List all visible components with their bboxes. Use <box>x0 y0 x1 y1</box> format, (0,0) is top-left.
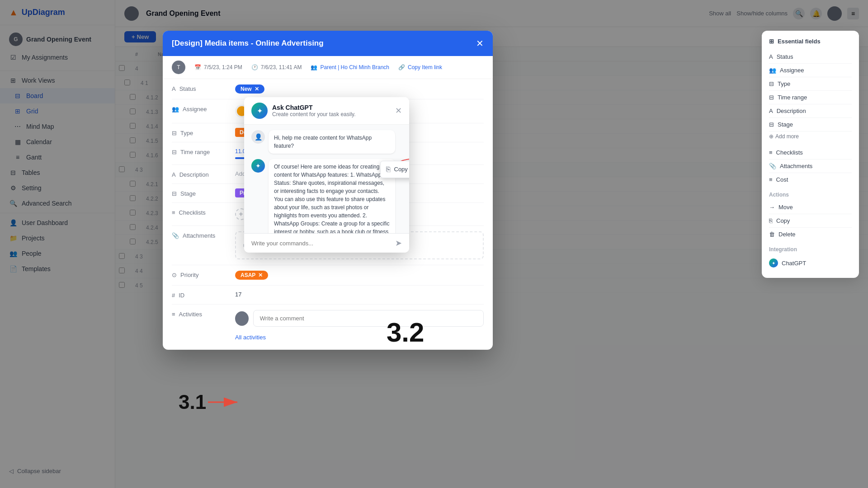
meta-updated: 🕐 7/6/23, 11:41 AM <box>251 64 302 70</box>
chatgpt-input-row: ➤ <box>244 233 409 253</box>
meta-parent-value: Parent | Ho Chi Minh Branch <box>320 64 389 70</box>
chatgpt-title-wrap: ✦ Ask ChatGPT Create content for your ta… <box>251 103 356 119</box>
integration-section: Integration ✦ ChatGPT <box>769 246 852 271</box>
copy-paste-popup[interactable]: ⎘ Copy & Paste <box>380 161 410 178</box>
integration-title: Integration <box>769 246 852 253</box>
checklists-label-text: Checklists <box>179 209 206 216</box>
move-label: Move <box>778 204 793 211</box>
all-activities-link[interactable]: All activities <box>235 330 484 344</box>
panel-stage[interactable]: ⊟ Stage <box>769 118 852 131</box>
right-panel: ⊞ Essential fields A Status 👥 Assignee ⊟… <box>762 31 859 278</box>
priority-remove-icon[interactable]: ✕ <box>258 272 263 278</box>
stage-label-text: Stage <box>180 190 196 197</box>
status-label-text: Status <box>179 85 196 92</box>
annotation-31: 3.1 <box>179 391 206 413</box>
copy-item-link[interactable]: 🔗 Copy Item link <box>398 64 442 70</box>
chatgpt-send-button[interactable]: ➤ <box>395 238 402 248</box>
panel-description-icon: A <box>769 108 773 114</box>
status-new-text: New <box>241 86 252 92</box>
panel-extra-section: ≡ Checklists 📎 Attachments ≡ Cost <box>769 146 852 186</box>
assignee-icon: 👥 <box>172 106 179 113</box>
panel-stage-label: Stage <box>778 121 793 128</box>
priority-asap-text: ASAP <box>241 272 255 278</box>
delete-label: Delete <box>778 231 796 238</box>
panel-checklists-icon: ≡ <box>769 149 773 156</box>
clock-icon-meta: 🕐 <box>251 64 258 70</box>
panel-delete[interactable]: 🗑 Delete <box>769 228 852 241</box>
meta-updated-value: 7/6/23, 11:41 AM <box>261 64 302 70</box>
panel-description[interactable]: A Description <box>769 104 852 118</box>
panel-stage-icon: ⊟ <box>769 121 774 128</box>
copy-paste-label: Copy & Paste <box>394 165 410 174</box>
panel-move[interactable]: → Move <box>769 201 852 214</box>
assignee-label: 👥 Assignee <box>172 105 235 113</box>
status-field: A Status New ✕ <box>172 79 484 99</box>
calendar-icon-meta: 📅 <box>194 64 201 70</box>
checklists-icon: ≡ <box>172 209 175 216</box>
panel-type-icon: ⊟ <box>769 80 774 87</box>
panel-copy[interactable]: ⎘ Copy <box>769 214 852 228</box>
panel-cost-label: Cost <box>776 176 788 183</box>
panel-attachments-label: Attachments <box>780 163 812 169</box>
status-remove-button[interactable]: ✕ <box>255 86 259 92</box>
arrow-annotation-31 <box>208 393 244 411</box>
priority-asap-badge[interactable]: ASAP ✕ <box>235 271 268 280</box>
stage-label: ⊟ Stage <box>172 189 235 197</box>
user-message-text: Hi, help me create content for WhatsApp … <box>274 135 372 149</box>
priority-label: ⊙ Priority <box>172 271 235 278</box>
id-label-text: ID <box>179 292 184 299</box>
status-icon: A <box>172 85 176 92</box>
id-icon: # <box>172 292 175 299</box>
panel-assignee-icon: 👥 <box>769 67 776 74</box>
attachments-label: 📎 Attachments <box>172 231 235 239</box>
essential-fields-title: ⊞ Essential fields <box>769 38 852 45</box>
type-label-text: Type <box>180 130 193 136</box>
meta-parent[interactable]: 👥 Parent | Ho Chi Minh Branch <box>311 64 389 70</box>
activities-field: ≡ Activities All activities <box>172 305 484 350</box>
chatgpt-close-button[interactable]: ✕ <box>395 106 402 116</box>
actions-section: Actions → Move ⎘ Copy 🗑 Delete <box>769 192 852 241</box>
modal-meta: T 📅 7/5/23, 1:24 PM 🕐 7/6/23, 11:41 AM 👥… <box>163 56 493 79</box>
chatgpt-dialog-icon: ✦ <box>251 103 268 119</box>
panel-description-label: Description <box>777 108 806 114</box>
checklists-label: ≡ Checklists <box>172 208 235 216</box>
panel-assignee[interactable]: 👥 Assignee <box>769 64 852 77</box>
user-message: 👤 Hi, help me create content for WhatsAp… <box>251 130 402 154</box>
paperclip-icon: 📎 <box>172 232 179 239</box>
status-value[interactable]: New ✕ <box>235 84 484 94</box>
activities-label-text: Activities <box>179 311 202 318</box>
panel-status-label: Status <box>777 53 793 60</box>
status-new-badge[interactable]: New ✕ <box>235 84 264 94</box>
panel-status[interactable]: A Status <box>769 50 852 64</box>
priority-value[interactable]: ASAP ✕ <box>235 271 484 280</box>
essential-fields-label: Essential fields <box>778 38 821 45</box>
annotation-32: 3.2 <box>387 317 424 348</box>
essential-fields-icon: ⊞ <box>769 38 774 45</box>
bot-message-avatar: ✦ <box>251 159 265 173</box>
chatgpt-input[interactable] <box>251 240 392 247</box>
modal-close-button[interactable]: ✕ <box>476 38 484 49</box>
priority-icon: ⊙ <box>172 272 177 278</box>
panel-cost-icon: ≡ <box>769 176 773 183</box>
chatgpt-dialog-title: Ask ChatGPT <box>272 104 356 111</box>
id-label: # ID <box>172 291 235 299</box>
panel-time-range[interactable]: ⊟ Time range <box>769 91 852 104</box>
panel-checklists[interactable]: ≡ Checklists <box>769 146 852 160</box>
panel-type[interactable]: ⊟ Type <box>769 77 852 91</box>
chatgpt-dialog-subtitle: Create content for your task easily. <box>272 111 356 117</box>
time-range-label-text: Time range <box>180 149 210 155</box>
panel-cost[interactable]: ≡ Cost <box>769 173 852 186</box>
panel-chatgpt[interactable]: ✦ ChatGPT <box>769 255 852 271</box>
user-message-avatar: 👤 <box>251 130 265 144</box>
panel-checklists-label: Checklists <box>776 149 803 156</box>
add-more-button[interactable]: ⊕ Add more <box>769 131 852 141</box>
move-icon: → <box>769 204 775 211</box>
bot-message-bubble: Of course! Here are some ideas for creat… <box>269 159 395 233</box>
panel-assignee-label: Assignee <box>780 67 804 74</box>
copy-item-link-label: Copy Item link <box>408 64 442 70</box>
panel-attachments[interactable]: 📎 Attachments <box>769 160 852 173</box>
activity-user-avatar <box>235 311 249 326</box>
comment-input[interactable] <box>253 310 484 327</box>
delete-icon: 🗑 <box>769 231 775 238</box>
copy-paste-icon: ⎘ <box>386 164 391 175</box>
